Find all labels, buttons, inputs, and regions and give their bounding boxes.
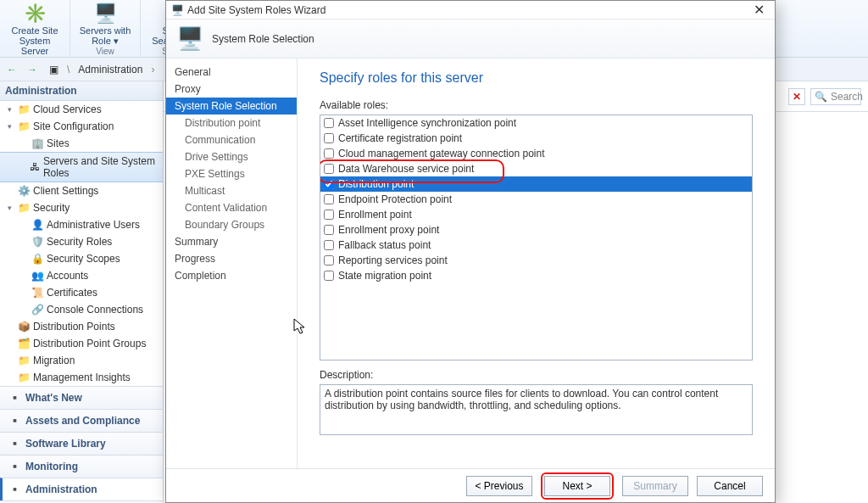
wizard-step[interactable]: Multicast — [166, 182, 297, 199]
nav-tree-item[interactable]: 👤Administrative Users — [0, 216, 163, 233]
section-icon: ▪️ — [8, 438, 20, 450]
role-row[interactable]: Fallback status point — [320, 238, 752, 253]
role-row[interactable]: Enrollment point — [320, 207, 752, 222]
nav-tree-item[interactable]: 🗂️Distribution Point Groups — [0, 335, 163, 352]
tree-expand-icon[interactable] — [19, 254, 28, 264]
close-button[interactable]: ✕ — [748, 2, 770, 18]
tree-expand-icon[interactable] — [19, 163, 26, 172]
role-checkbox[interactable] — [324, 148, 334, 159]
nav-tree-item[interactable]: ▾📁Security — [0, 199, 163, 216]
nav-tree-item[interactable]: 📁Management Insights — [0, 369, 163, 386]
nav-section[interactable]: ▪️Administration — [0, 478, 163, 500]
wizard-step[interactable]: Proxy — [166, 81, 297, 98]
roles-listbox[interactable]: Asset Intelligence synchronization point… — [320, 115, 753, 360]
chevron-right-icon[interactable]: › — [151, 64, 154, 75]
wizard-step[interactable]: PXE Settings — [166, 165, 297, 182]
wizard-step[interactable]: System Role Selection — [166, 98, 297, 115]
role-label: Data Warehouse service point — [338, 163, 474, 175]
role-row[interactable]: Certificate registration point — [320, 131, 752, 146]
next-button[interactable]: Next > — [544, 476, 610, 496]
tree-expand-icon[interactable]: ▾ — [5, 122, 14, 131]
role-label: Asset Intelligence synchronization point — [338, 117, 516, 129]
role-row[interactable]: Endpoint Protection point — [320, 192, 752, 207]
nav-tree-item[interactable]: 📜Certificates — [0, 284, 163, 301]
tree-expand-icon[interactable] — [5, 322, 14, 332]
wizard-step[interactable]: Boundary Groups — [166, 216, 297, 233]
role-row[interactable]: State migration point — [320, 268, 752, 283]
role-checkbox[interactable] — [324, 225, 334, 235]
tree-expand-icon[interactable]: ▾ — [5, 105, 14, 115]
wizard-step[interactable]: Distribution point — [166, 115, 297, 131]
breadcrumb-root-icon[interactable]: ▣ — [44, 64, 64, 75]
nav-tree-item[interactable]: 🖧Servers and Site System Roles — [0, 152, 163, 182]
role-checkbox[interactable] — [324, 164, 334, 174]
nav-tree-item-label: Sites — [47, 137, 70, 149]
nav-back-button[interactable]: ← — [3, 61, 20, 78]
role-checkbox[interactable] — [324, 179, 334, 189]
nav-forward-button[interactable]: → — [24, 61, 41, 78]
tree-expand-icon[interactable]: ▾ — [5, 204, 14, 213]
previous-button[interactable]: < Previous — [466, 476, 532, 496]
clear-search-button[interactable]: ✕ — [788, 88, 805, 105]
tree-expand-icon[interactable] — [5, 373, 14, 383]
nav-tree-item[interactable]: ▾📁Cloud Services — [0, 101, 163, 118]
wizard-step-nav: GeneralProxySystem Role SelectionDistrib… — [166, 59, 298, 468]
role-row[interactable]: Asset Intelligence synchronization point — [320, 115, 752, 131]
tree-expand-icon[interactable] — [19, 238, 28, 247]
nav-tree-item-label: Servers and Site System Roles — [43, 155, 158, 179]
tree-expand-icon[interactable] — [19, 271, 28, 281]
nav-section[interactable]: ▪️Assets and Compliance — [0, 409, 163, 432]
role-checkbox[interactable] — [324, 271, 334, 281]
ribbon-button[interactable]: 🖥️Servers with Role ▾ — [75, 2, 135, 46]
nav-section[interactable]: ▪️Monitoring — [0, 455, 163, 478]
nav-tree-item[interactable]: 👥Accounts — [0, 267, 163, 284]
role-row[interactable]: Data Warehouse service point — [320, 161, 752, 176]
tree-expand-icon[interactable] — [19, 139, 28, 148]
nav-header: Administration — [0, 81, 163, 101]
role-row[interactable]: Cloud management gateway connection poin… — [320, 146, 752, 161]
wizard-step[interactable]: Summary — [166, 233, 297, 250]
ribbon-button[interactable]: ✳️Create Site System Server — [5, 2, 64, 56]
wizard-step[interactable]: Progress — [166, 250, 297, 267]
tree-expand-icon[interactable] — [5, 339, 14, 349]
description-section: Description: A distribution point contai… — [320, 369, 753, 435]
breadcrumb-segment[interactable]: Administration — [73, 64, 147, 75]
role-checkbox[interactable] — [324, 194, 334, 204]
role-checkbox[interactable] — [324, 118, 334, 128]
role-checkbox[interactable] — [324, 255, 334, 265]
nav-tree-item-label: Distribution Points — [33, 321, 115, 333]
wizard-icon: 🖥️ — [171, 4, 184, 16]
role-row[interactable]: Reporting services point — [320, 253, 752, 268]
nav-tree-item[interactable]: ▾📁Site Configuration — [0, 118, 163, 135]
wizard-step[interactable]: Drive Settings — [166, 148, 297, 165]
nav-section-label: Software Library — [25, 438, 106, 450]
nav-tree-item[interactable]: 🛡️Security Roles — [0, 233, 163, 250]
folder-icon: 📁 — [18, 202, 30, 214]
nav-tree-item-label: Migration — [33, 355, 75, 366]
nav-tree-item[interactable]: 📦Distribution Points — [0, 318, 163, 335]
role-checkbox[interactable] — [324, 210, 334, 220]
cancel-button[interactable]: Cancel — [697, 476, 763, 496]
wizard-step[interactable]: Completion — [166, 267, 297, 284]
role-row[interactable]: Distribution point — [320, 176, 752, 192]
tree-expand-icon[interactable] — [19, 305, 28, 315]
role-row[interactable]: Enrollment proxy point — [320, 222, 752, 238]
nav-tree-item[interactable]: ⚙️Client Settings — [0, 182, 163, 199]
nav-tree-item[interactable]: 🏢Sites — [0, 135, 163, 152]
nav-section[interactable]: ▪️Software Library — [0, 432, 163, 455]
wizard-step[interactable]: Communication — [166, 131, 297, 148]
nav-tree-item[interactable]: 🔗Console Connections — [0, 301, 163, 318]
tree-expand-icon[interactable] — [5, 187, 14, 196]
tree-expand-icon[interactable] — [19, 288, 28, 298]
nav-section[interactable]: ▪️What's New — [0, 386, 163, 409]
nav-tree-item[interactable]: 🔒Security Scopes — [0, 250, 163, 267]
role-checkbox[interactable] — [324, 133, 334, 143]
role-label: Enrollment proxy point — [338, 224, 439, 236]
tree-expand-icon[interactable] — [19, 221, 28, 230]
search-box[interactable]: 🔍 Search — [810, 88, 861, 105]
nav-tree-item[interactable]: 📁Migration — [0, 352, 163, 369]
tree-expand-icon[interactable] — [5, 356, 14, 366]
role-checkbox[interactable] — [324, 240, 334, 250]
wizard-step[interactable]: General — [166, 64, 297, 81]
wizard-step[interactable]: Content Validation — [166, 199, 297, 216]
